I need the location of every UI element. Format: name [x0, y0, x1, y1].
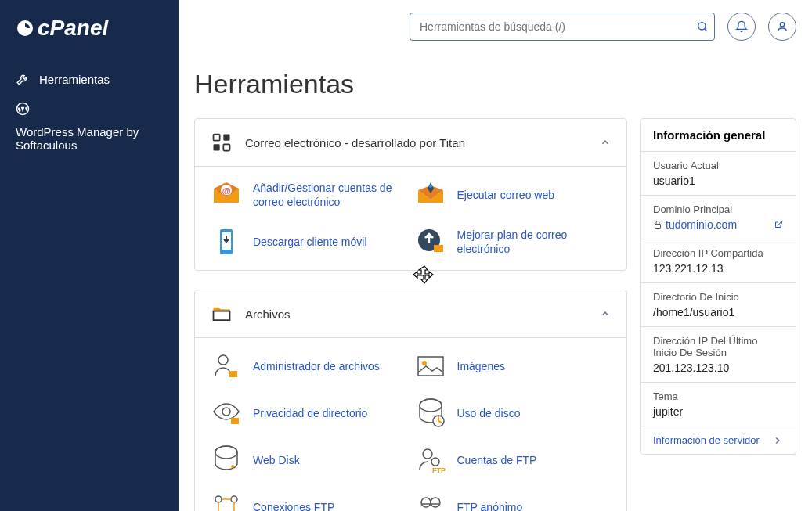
svg-rect-5: [214, 144, 220, 150]
main: Herramientas Correo electrónico - desarr…: [179, 0, 812, 511]
svg-point-9: [429, 185, 432, 188]
info-label: Dirección IP Del Último Inicio De Sesión: [653, 335, 783, 358]
svg-point-18: [222, 408, 230, 416]
bell-icon: [735, 20, 748, 33]
anonymous-ftp-icon: FTP: [415, 491, 446, 511]
tool-mobile-client[interactable]: Descargar cliente móvil: [211, 226, 407, 257]
info-panel: Información general Usuario Actual usuar…: [640, 118, 796, 455]
envelope-rocket-icon: [415, 179, 446, 211]
notifications-button[interactable]: [727, 13, 756, 41]
upgrade-icon: [415, 226, 446, 257]
panel-body: Administrador de archivos Imágenes Priva…: [195, 338, 626, 511]
tool-anonymous-ftp[interactable]: FTP FTP anónimo: [415, 491, 612, 511]
svg-point-14: [218, 355, 228, 365]
brand-text: cPanel: [38, 16, 108, 41]
server-info-text: Información de servidor: [653, 434, 760, 446]
info-value: jupiter: [653, 405, 783, 418]
ftp-accounts-icon: FTP: [415, 444, 446, 476]
tool-directory-privacy[interactable]: Privacidad de directorio: [211, 398, 407, 429]
info-row-user: Usuario Actual usuario1: [641, 152, 796, 196]
tool-label: Añadir/Gestionar cuentas de correo elect…: [253, 181, 407, 209]
chevron-up-icon: [600, 308, 611, 319]
tool-web-disk[interactable]: Web Disk: [211, 444, 407, 476]
info-label: Directorio De Inicio: [653, 291, 783, 303]
info-label: Tema: [653, 390, 783, 402]
tool-upgrade-email[interactable]: Mejorar plan de correo electrónico: [415, 226, 612, 257]
svg-point-27: [215, 496, 222, 502]
user-button[interactable]: [768, 13, 796, 41]
envelope-at-icon: @: [211, 179, 242, 211]
page-title: Herramientas: [179, 53, 812, 118]
svg-point-22: [215, 446, 237, 459]
panel-header[interactable]: Correo electrónico - desarrollado por Ti…: [195, 119, 626, 167]
tool-label: Privacidad de directorio: [253, 406, 367, 420]
tool-email-accounts[interactable]: @ Añadir/Gestionar cuentas de correo ele…: [211, 179, 407, 211]
chevron-right-icon: [772, 435, 783, 446]
tool-label: Cuentas de FTP: [457, 453, 537, 467]
panels-column: Correo electrónico - desarrollado por Ti…: [194, 118, 627, 511]
tool-disk-usage[interactable]: Uso de disco: [415, 398, 612, 429]
info-row-lastip: Dirección IP Del Último Inicio De Sesión…: [641, 327, 796, 383]
external-link-icon: [774, 220, 783, 229]
user-icon: [776, 20, 789, 33]
panel-files: Archivos Administrador de archivos Imáge…: [194, 290, 627, 511]
file-manager-icon: [211, 351, 242, 382]
sidebar: cPanel Herramientas WordPress Manager by…: [0, 0, 179, 511]
sidebar-item-label: WordPress Manager by Softaculous: [16, 125, 141, 152]
web-disk-icon: [211, 444, 242, 476]
info-label: Dirección IP Compartida: [653, 247, 783, 259]
tool-label: Administrador de archivos: [253, 359, 380, 373]
wordpress-icon: [16, 102, 30, 116]
svg-point-20: [420, 399, 442, 412]
tool-label: Web Disk: [253, 453, 300, 467]
domain-text: tudominio.com: [666, 218, 737, 231]
svg-point-31: [421, 498, 431, 507]
info-value: /home1/usuario1: [653, 306, 783, 318]
tool-label: Mejorar plan de correo electrónico: [457, 228, 612, 256]
server-info-link[interactable]: Información de servidor: [641, 426, 796, 454]
tool-label: Uso de disco: [457, 406, 521, 420]
folder-icon: [211, 303, 233, 325]
search-input[interactable]: [410, 13, 715, 41]
panel-title: Archivos: [245, 308, 587, 321]
search-icon: [696, 20, 709, 33]
topbar: [179, 0, 812, 53]
chevron-up-icon: [600, 137, 611, 148]
svg-rect-6: [223, 144, 229, 150]
svg-rect-3: [214, 135, 220, 141]
lock-icon: [653, 220, 662, 229]
svg-rect-4: [223, 135, 229, 141]
svg-rect-34: [655, 225, 661, 229]
svg-point-1: [698, 23, 706, 30]
search-container: [410, 13, 715, 41]
tool-label: FTP anónimo: [457, 500, 523, 511]
panel-header[interactable]: Archivos: [195, 290, 626, 338]
domain-link[interactable]: tudominio.com: [653, 218, 783, 231]
info-label: Usuario Actual: [653, 160, 783, 171]
panel-title: Correo electrónico - desarrollado por Ti…: [245, 136, 587, 149]
images-icon: [415, 351, 446, 382]
tool-file-manager[interactable]: Administrador de archivos: [211, 351, 407, 382]
svg-text:@: @: [222, 186, 231, 196]
eye-lock-icon: [211, 398, 242, 429]
tool-ftp-connections[interactable]: Conexiones FTP: [211, 491, 407, 511]
mobile-download-icon: [211, 226, 242, 257]
tool-images[interactable]: Imágenes: [415, 351, 612, 382]
content: Correo electrónico - desarrollado por Ti…: [179, 118, 812, 511]
search-button[interactable]: [696, 20, 709, 33]
panel-body: @ Añadir/Gestionar cuentas de correo ele…: [195, 167, 626, 270]
tool-ftp-accounts[interactable]: FTP Cuentas de FTP: [415, 444, 612, 476]
wrench-icon: [16, 72, 30, 86]
panel-email: Correo electrónico - desarrollado por Ti…: [194, 118, 627, 271]
sidebar-item-tools[interactable]: Herramientas: [0, 64, 179, 94]
info-row-domain: Dominio Principal tudominio.com: [641, 196, 796, 239]
sidebar-item-wordpress[interactable]: WordPress Manager by Softaculous: [0, 94, 179, 160]
svg-rect-19: [231, 418, 239, 424]
tool-label: Conexiones FTP: [253, 500, 334, 511]
info-value: 123.221.12.13: [653, 262, 783, 275]
apps-icon: [211, 131, 233, 153]
svg-point-23: [231, 465, 234, 468]
info-row-ip: Dirección IP Compartida 123.221.12.13: [641, 239, 796, 283]
ftp-connections-icon: [211, 491, 242, 511]
tool-webmail[interactable]: Ejecutar correo web: [415, 179, 612, 211]
